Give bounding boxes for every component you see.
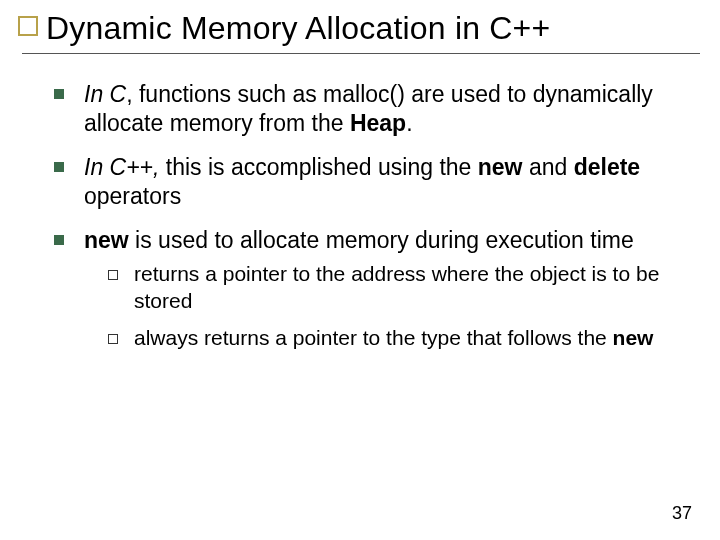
bullet-text: delete — [574, 154, 640, 180]
bullet-text: is used to allocate memory during execut… — [129, 227, 634, 253]
bullet-text: this is accomplished using the — [159, 154, 477, 180]
bullet-text: In C — [84, 81, 126, 107]
sub-bullet-text: returns a pointer to the address where t… — [134, 262, 659, 312]
title-area: Dynamic Memory Allocation in C++ — [18, 10, 702, 54]
sub-bullet-text: always returns a pointer to the type tha… — [134, 326, 613, 349]
sub-bullet-list: returns a pointer to the address where t… — [104, 261, 680, 352]
bullet-text: and — [523, 154, 574, 180]
slide: Dynamic Memory Allocation in C++ In C, f… — [0, 0, 720, 540]
slide-title: Dynamic Memory Allocation in C++ — [46, 10, 702, 47]
bullet-item: In C, functions such as malloc() are use… — [52, 80, 680, 139]
sub-bullet-item: returns a pointer to the address where t… — [104, 261, 680, 315]
bullet-list: In C, functions such as malloc() are use… — [52, 80, 680, 352]
bullet-text: . — [406, 110, 412, 136]
bullet-text: In C++, — [84, 154, 159, 180]
sub-bullet-item: always returns a pointer to the type tha… — [104, 325, 680, 352]
page-number: 37 — [672, 503, 692, 524]
bullet-text: new — [478, 154, 523, 180]
slide-body: In C, functions such as malloc() are use… — [52, 80, 680, 366]
accent-square-icon — [18, 16, 38, 36]
bullet-item: In C++, this is accomplished using the n… — [52, 153, 680, 212]
bullet-text: new — [84, 227, 129, 253]
bullet-text: Heap — [350, 110, 406, 136]
sub-bullet-text: new — [613, 326, 654, 349]
bullet-text: operators — [84, 183, 181, 209]
title-underline — [22, 53, 700, 54]
bullet-item: new is used to allocate memory during ex… — [52, 226, 680, 352]
